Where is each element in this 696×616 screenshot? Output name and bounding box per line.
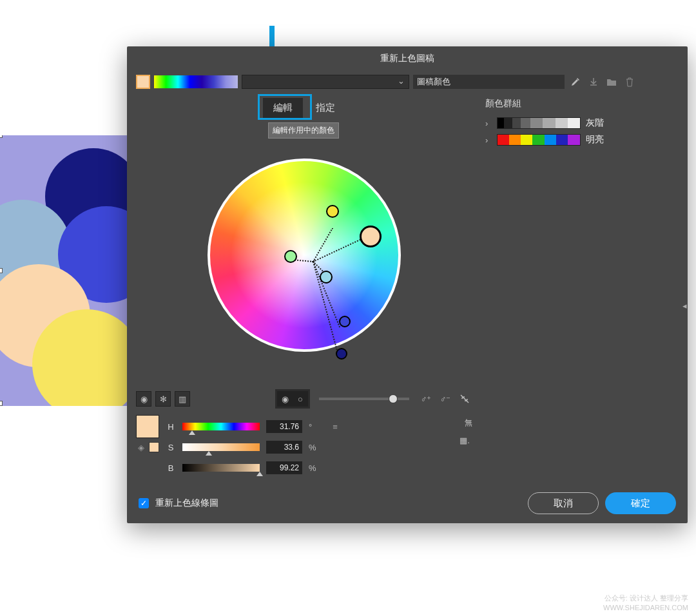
dialog-toolbar bbox=[127, 71, 688, 93]
none-swatch-label: 無 bbox=[465, 418, 472, 428]
color-preset-dropdown[interactable] bbox=[242, 75, 409, 89]
recolor-artwork-dialog: 重新上色圖稿 編輯 指定 編輯作用中的顏色 bbox=[127, 46, 688, 523]
mode-tabs: 編輯 指定 bbox=[136, 98, 472, 118]
active-color-swatch[interactable] bbox=[136, 75, 150, 89]
bri-label: B bbox=[166, 463, 176, 473]
add-color-tool-icon[interactable]: ♂⁺ bbox=[418, 391, 434, 407]
color-bars-icon[interactable]: ▥ bbox=[175, 391, 190, 407]
new-group-folder-icon[interactable] bbox=[604, 75, 619, 89]
color-group-name: 灰階 bbox=[586, 117, 604, 129]
color-group-swatches bbox=[497, 134, 581, 146]
color-group-row[interactable]: › 灰階 bbox=[485, 115, 679, 131]
watermark-credit: 公众号: 设计达人 整理分享 WWW.SHEJIDAREN.COM bbox=[603, 593, 688, 612]
eyedropper-icon[interactable] bbox=[568, 75, 583, 89]
smooth-wheel-icon[interactable]: ◉ bbox=[136, 391, 151, 407]
credit-line: 公众号: 设计达人 整理分享 bbox=[603, 593, 688, 602]
hue-unit: ° bbox=[309, 422, 318, 432]
current-color-swatch[interactable] bbox=[136, 415, 159, 438]
color-group-row[interactable]: › 明亮 bbox=[485, 131, 679, 148]
hue-label: H bbox=[166, 422, 176, 432]
color-mode-menu-icon[interactable]: ≡ bbox=[328, 419, 342, 434]
out-of-gamut-swatch[interactable] bbox=[149, 442, 159, 452]
color-group-name-input[interactable] bbox=[413, 75, 565, 89]
color-wheel[interactable] bbox=[208, 159, 401, 352]
unlink-harmony-icon[interactable] bbox=[457, 391, 472, 407]
show-sat-hue-icon[interactable]: ◉ bbox=[277, 391, 293, 407]
color-node[interactable] bbox=[326, 205, 339, 218]
remove-color-tool-icon[interactable]: ♂⁻ bbox=[438, 391, 453, 407]
dialog-title: 重新上色圖稿 bbox=[127, 46, 688, 71]
ok-button[interactable]: 確定 bbox=[605, 492, 676, 514]
dialog-footer: ✓ 重新上色線條圖 取消 確定 bbox=[127, 483, 688, 523]
delete-group-trash-icon[interactable] bbox=[623, 75, 637, 89]
hsb-controls: H ° ≡ ◈ S bbox=[136, 415, 472, 483]
save-group-icon[interactable] bbox=[586, 75, 601, 89]
recolor-strokes-checkbox[interactable]: ✓ bbox=[139, 498, 149, 508]
tab-edit[interactable]: 編輯 bbox=[263, 98, 303, 118]
sat-unit: % bbox=[309, 443, 318, 452]
chevron-right-icon: › bbox=[485, 119, 492, 128]
cancel-button[interactable]: 取消 bbox=[528, 492, 599, 514]
selection-handle[interactable] bbox=[0, 268, 3, 273]
color-groups-heading: 顏色群組 bbox=[485, 98, 679, 110]
tab-assign[interactable]: 指定 bbox=[305, 98, 345, 118]
show-brightness-hue-icon[interactable]: ○ bbox=[293, 391, 308, 407]
color-node-base[interactable] bbox=[360, 226, 382, 247]
color-node[interactable] bbox=[284, 250, 297, 263]
color-group-swatches bbox=[497, 117, 581, 129]
hue-slider[interactable] bbox=[182, 423, 260, 430]
slider-knob[interactable] bbox=[389, 394, 398, 403]
recolor-strokes-label: 重新上色線條圖 bbox=[155, 497, 218, 509]
selection-handle[interactable] bbox=[0, 401, 3, 406]
sat-slider[interactable] bbox=[182, 443, 260, 451]
color-node[interactable] bbox=[336, 348, 347, 360]
bri-input[interactable] bbox=[266, 461, 302, 474]
bri-unit: % bbox=[309, 463, 318, 473]
color-group-name: 明亮 bbox=[586, 134, 604, 146]
collapse-panel-caret-icon[interactable]: ◂ bbox=[681, 298, 688, 313]
none-swatch-grid-icon[interactable]: ▦. bbox=[457, 432, 472, 448]
selection-handle[interactable] bbox=[0, 135, 3, 138]
global-color-cube-icon[interactable]: ◈ bbox=[136, 442, 146, 452]
hue-input[interactable] bbox=[266, 420, 302, 433]
sat-input[interactable] bbox=[266, 441, 302, 454]
chevron-right-icon: › bbox=[485, 135, 492, 145]
color-node[interactable] bbox=[339, 316, 351, 327]
brightness-slider[interactable] bbox=[319, 398, 409, 400]
sat-label: S bbox=[166, 443, 176, 452]
credit-line: WWW.SHEJIDAREN.COM bbox=[603, 603, 688, 612]
color-node[interactable] bbox=[320, 271, 333, 284]
artwork-colors-strip[interactable] bbox=[154, 75, 238, 88]
wheel-controls-row: ◉ ✻ ▥ ◉ ○ ♂⁺ ♂⁻ bbox=[136, 387, 472, 415]
bri-slider[interactable] bbox=[182, 464, 260, 472]
artboard-preview bbox=[0, 135, 129, 406]
segmented-wheel-icon[interactable]: ✻ bbox=[155, 391, 171, 407]
